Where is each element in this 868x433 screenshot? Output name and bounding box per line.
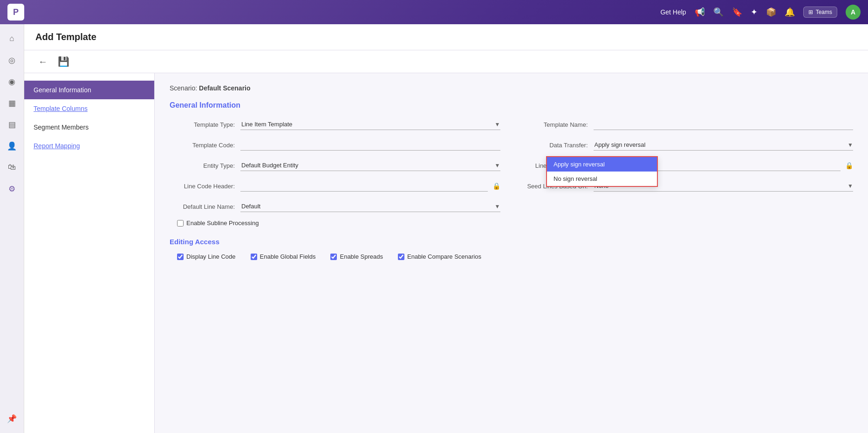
enable-spreads-checkbox[interactable] [330, 254, 337, 260]
display-line-code-label: Display Line Code [186, 253, 236, 260]
nav-item-template-columns[interactable]: Template Columns [24, 99, 154, 118]
sidebar-icon-activity[interactable]: ◎ [3, 51, 21, 69]
sidebar-icon-pin[interactable]: 📌 [3, 410, 21, 427]
enable-subline-label: Enable Subline Processing [186, 220, 259, 227]
back-button[interactable]: ← [35, 54, 50, 69]
line-code-header-input[interactable] [240, 180, 488, 192]
target-icon[interactable]: ✦ [751, 7, 758, 17]
display-line-code-row: Display Line Code [177, 253, 236, 260]
dropdown-option-no-sign-reversal[interactable]: No sign reversal [547, 172, 657, 186]
enable-subline-checkbox[interactable] [177, 220, 184, 227]
data-transfer-control: Apply sign reversal No sign reversal ▼ [594, 139, 854, 151]
line-name-header-lock-icon[interactable]: 🔒 [845, 162, 853, 169]
icon-sidebar: ⌂ ◎ ◉ ▦ ▤ 👤 🛍 ⚙ 📌 [0, 24, 24, 433]
nav-sidebar: General Information Template Columns Seg… [24, 73, 155, 433]
data-transfer-select[interactable]: Apply sign reversal No sign reversal [594, 139, 848, 150]
apps-icon: ⊞ [808, 9, 813, 15]
data-transfer-row: Data Transfer: Apply sign reversal No si… [523, 139, 854, 151]
enable-compare-scenarios-row: Enable Compare Scenarios [398, 253, 481, 260]
entity-type-label: Entity Type: [170, 162, 235, 169]
line-code-header-control: 🔒 [240, 180, 500, 192]
enable-global-fields-label: Enable Global Fields [260, 253, 316, 260]
enable-global-fields-row: Enable Global Fields [251, 253, 316, 260]
sidebar-icon-home[interactable]: ⌂ [3, 30, 21, 48]
template-type-label: Template Type: [170, 121, 235, 128]
entity-type-control: Default Budget Entity Custom Entity ▼ [240, 160, 500, 171]
display-line-code-checkbox[interactable] [177, 254, 184, 260]
gift-icon[interactable]: 📦 [766, 7, 776, 17]
template-code-input[interactable] [240, 139, 500, 151]
body-split: General Information Template Columns Seg… [24, 73, 868, 433]
topbar-right: Get Help 📢 🔍 🔖 ✦ 📦 🔔 ⊞ Teams A [660, 5, 861, 20]
line-code-header-lock-icon[interactable]: 🔒 [492, 182, 500, 190]
enable-spreads-row: Enable Spreads [330, 253, 383, 260]
apps-button[interactable]: ⊞ Teams [803, 7, 837, 18]
app-logo[interactable]: P [7, 4, 24, 21]
sidebar-icon-grid[interactable]: ▦ [3, 94, 21, 112]
scenario-value: Default Scenario [199, 84, 250, 92]
entity-type-select-wrapper[interactable]: Default Budget Entity Custom Entity ▼ [240, 160, 500, 171]
data-transfer-select-wrapper[interactable]: Apply sign reversal No sign reversal ▼ [594, 139, 854, 151]
sidebar-icon-report[interactable]: ▤ [3, 116, 21, 133]
template-name-control [594, 119, 854, 130]
data-transfer-arrow-icon: ▼ [847, 142, 853, 148]
line-code-header-row: Line Code Header: 🔒 [170, 180, 500, 192]
editing-access-title: Editing Access [170, 238, 853, 246]
template-name-input[interactable] [594, 119, 854, 130]
sidebar-icon-person[interactable]: 👤 [3, 137, 21, 155]
enable-compare-scenarios-label: Enable Compare Scenarios [407, 253, 481, 260]
template-code-row: Template Code: [170, 139, 500, 151]
bookmark-icon[interactable]: 🔖 [732, 7, 742, 17]
content-area: Add Template ← 💾 General Information Tem… [24, 24, 868, 433]
default-line-name-label: Default Line Name: [170, 203, 235, 210]
enable-spreads-label: Enable Spreads [340, 253, 383, 260]
megaphone-icon[interactable]: 📢 [695, 7, 705, 17]
default-line-name-row: Default Line Name: Default Custom ▼ [170, 201, 500, 212]
sidebar-icon-settings[interactable]: ⚙ [3, 180, 21, 198]
page-title: Add Template [35, 32, 96, 42]
nav-item-report-mapping[interactable]: Report Mapping [24, 137, 154, 155]
form-grid: Template Type: Line Item Template Header… [170, 119, 853, 212]
sidebar-icon-target[interactable]: ◉ [3, 73, 21, 90]
form-area: Scenario: Default Scenario General Infor… [155, 73, 868, 433]
editing-access-section: Editing Access Display Line Code Enable … [170, 238, 853, 260]
entity-type-row: Entity Type: Default Budget Entity Custo… [170, 160, 500, 171]
template-type-select-wrapper[interactable]: Line Item Template Header Template Detai… [240, 119, 500, 130]
default-line-name-arrow-icon: ▼ [495, 203, 500, 210]
seed-lines-arrow-icon: ▼ [847, 183, 853, 189]
user-avatar[interactable]: A [846, 5, 861, 20]
template-type-control: Line Item Template Header Template Detai… [240, 119, 500, 130]
entity-type-select[interactable]: Default Budget Entity Custom Entity [240, 160, 495, 171]
dropdown-option-apply-sign-reversal[interactable]: Apply sign reversal [547, 157, 657, 172]
bell-icon[interactable]: 🔔 [785, 7, 795, 17]
toolbar: ← 💾 [24, 50, 868, 73]
page-header: Add Template [24, 24, 868, 50]
enable-compare-scenarios-checkbox[interactable] [398, 254, 404, 260]
line-code-header-label: Line Code Header: [170, 183, 235, 190]
default-line-name-control: Default Custom ▼ [240, 201, 500, 212]
template-type-arrow-icon: ▼ [495, 121, 500, 128]
template-type-select[interactable]: Line Item Template Header Template Detai… [240, 119, 495, 130]
template-name-label: Template Name: [523, 121, 588, 128]
sidebar-icon-bag[interactable]: 🛍 [3, 158, 21, 176]
entity-type-arrow-icon: ▼ [495, 162, 500, 169]
template-code-control [240, 139, 500, 151]
search-icon[interactable]: 🔍 [713, 7, 724, 17]
main-layout: ⌂ ◎ ◉ ▦ ▤ 👤 🛍 ⚙ 📌 Add Template ← 💾 Gener… [0, 24, 868, 433]
template-name-row: Template Name: [523, 119, 854, 130]
data-transfer-label: Data Transfer: [523, 142, 588, 149]
subline-processing-row: Enable Subline Processing [170, 220, 853, 227]
save-button[interactable]: 💾 [56, 54, 71, 69]
default-line-name-select[interactable]: Default Custom [240, 201, 495, 212]
checkboxes-row: Display Line Code Enable Global Fields E… [170, 253, 853, 260]
template-code-label: Template Code: [170, 142, 235, 149]
nav-item-segment-members[interactable]: Segment Members [24, 118, 154, 137]
general-information-title: General Information [170, 101, 853, 110]
data-transfer-dropdown: Apply sign reversal No sign reversal [546, 156, 658, 187]
scenario-label: Scenario: Default Scenario [170, 84, 853, 92]
enable-global-fields-checkbox[interactable] [251, 254, 257, 260]
nav-item-general-information[interactable]: General Information [24, 81, 154, 99]
default-line-name-select-wrapper[interactable]: Default Custom ▼ [240, 201, 500, 212]
template-type-row: Template Type: Line Item Template Header… [170, 119, 500, 130]
get-help-link[interactable]: Get Help [660, 8, 686, 16]
